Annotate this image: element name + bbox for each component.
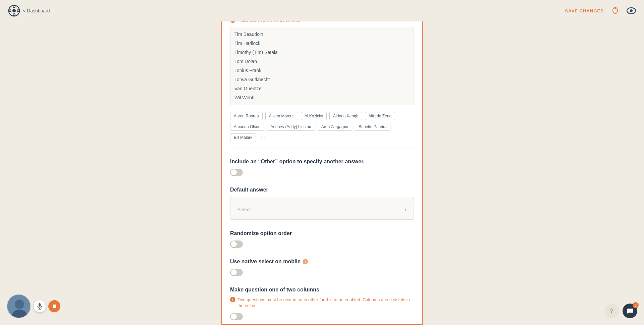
- tag-item[interactable]: Aileen Marcus: [265, 112, 298, 120]
- svg-rect-13: [39, 303, 41, 307]
- chat-badge: 3: [633, 302, 639, 308]
- svg-point-7: [614, 8, 616, 9]
- svg-point-9: [630, 9, 633, 12]
- svg-point-3: [13, 14, 15, 16]
- list-item: Wil Webb: [230, 93, 414, 102]
- tag-item[interactable]: Andrew (Andy) Lietzau: [267, 123, 315, 131]
- list-item: Tim Hadlock: [230, 39, 414, 48]
- toggle-knob: [231, 241, 237, 247]
- svg-rect-16: [53, 305, 56, 308]
- tag-item[interactable]: Amanda Olson: [230, 123, 264, 131]
- eye-icon: [627, 7, 636, 14]
- nav-right: SAVE CHANGES: [565, 6, 636, 15]
- save-changes-button[interactable]: SAVE CHANGES: [565, 8, 604, 13]
- tag-item[interactable]: Aldona Keogh: [329, 112, 362, 120]
- bell-icon: [610, 6, 620, 15]
- other-option-title: Include an “Other” option to specify ano…: [230, 159, 414, 165]
- mic-icon: [37, 303, 42, 310]
- eye-icon-btn[interactable]: [627, 7, 636, 14]
- other-option-section: Include an “Other” option to specify ano…: [230, 159, 414, 176]
- svg-point-2: [13, 6, 15, 8]
- warning-icon: i: [230, 297, 235, 302]
- back-link[interactable]: < Dashboard: [23, 8, 50, 13]
- logo-icon: [8, 5, 20, 17]
- native-select-title: Use native select on mobile: [230, 259, 301, 265]
- svg-point-4: [9, 10, 11, 12]
- help-container: ? 3: [604, 304, 637, 318]
- dropdown-placeholder: Select...: [237, 207, 255, 212]
- two-columns-toggle[interactable]: [230, 313, 243, 320]
- avatar-container: [7, 294, 60, 318]
- center-panel: Options i Place each option on a new lin…: [221, 0, 423, 325]
- mic-button[interactable]: [34, 300, 46, 312]
- chat-button[interactable]: 3: [623, 304, 637, 318]
- tags-container: Aaron Roorda Aileen Marcus Al Kozicky Al…: [230, 112, 414, 148]
- options-listbox[interactable]: Tim Beaudoin Tim Hadlock Timothy (Tim) S…: [230, 27, 414, 105]
- list-item: Tonius Frank: [230, 66, 414, 75]
- toggle-knob: [231, 169, 237, 175]
- default-answer-title: Default answer: [230, 187, 414, 193]
- question-mark-icon: ?: [610, 308, 613, 315]
- stop-button[interactable]: [48, 300, 60, 312]
- toggle-knob: [231, 269, 237, 275]
- tag-item[interactable]: Alfredo Zena: [365, 112, 395, 120]
- randomize-title: Randomize option order: [230, 230, 414, 236]
- tag-more[interactable]: ···: [259, 133, 267, 142]
- list-item: Van Guentzel: [230, 84, 414, 93]
- notification-icon-btn[interactable]: [610, 6, 620, 15]
- tag-item[interactable]: Aron Zargarpur: [318, 123, 352, 131]
- avatar-image: [7, 295, 31, 318]
- svg-point-11: [15, 300, 24, 309]
- tag-item[interactable]: Bill Malark: [230, 133, 256, 142]
- tag-item[interactable]: Babette Pareira: [355, 123, 390, 131]
- stop-icon: [52, 304, 57, 309]
- native-select-toggle[interactable]: [230, 269, 243, 276]
- default-answer-section: Default answer Select... ▾: [230, 187, 414, 220]
- user-avatar: [7, 294, 31, 318]
- other-option-toggle[interactable]: [230, 169, 243, 176]
- top-nav: < Dashboard SAVE CHANGES: [0, 0, 644, 21]
- default-answer-dropdown[interactable]: Select... ▾: [232, 202, 412, 217]
- dropdown-arrow-icon: ▾: [405, 207, 407, 212]
- list-item: Tom Dolan: [230, 57, 414, 66]
- nav-left: < Dashboard: [8, 5, 50, 17]
- two-columns-title: Make question one of two columns: [230, 287, 414, 293]
- svg-point-1: [12, 9, 16, 12]
- two-columns-section: Make question one of two columns i Two q…: [230, 287, 414, 320]
- warning-text: Two questions must be next to each other…: [237, 297, 414, 309]
- native-select-section: Use native select on mobile i: [230, 259, 414, 276]
- tag-item[interactable]: Al Kozicky: [301, 112, 327, 120]
- tag-item[interactable]: Aaron Roorda: [230, 112, 263, 120]
- randomize-toggle[interactable]: [230, 240, 243, 248]
- list-item: Tim Beaudoin: [230, 30, 414, 39]
- chat-icon: [627, 308, 633, 314]
- svg-point-5: [17, 10, 19, 12]
- list-item: Tonya Gutknecht: [230, 75, 414, 84]
- two-columns-warning: i Two questions must be next to each oth…: [230, 297, 414, 309]
- help-button[interactable]: ?: [604, 304, 619, 318]
- native-select-tooltip-icon[interactable]: i: [303, 259, 308, 264]
- toggle-knob: [231, 314, 237, 320]
- native-select-title-row: Use native select on mobile i: [230, 259, 414, 265]
- list-item: Timothy (Tim) Setala: [230, 48, 414, 57]
- options-section: Options i Place each option on a new lin…: [230, 7, 414, 148]
- randomize-section: Randomize option order: [230, 230, 414, 248]
